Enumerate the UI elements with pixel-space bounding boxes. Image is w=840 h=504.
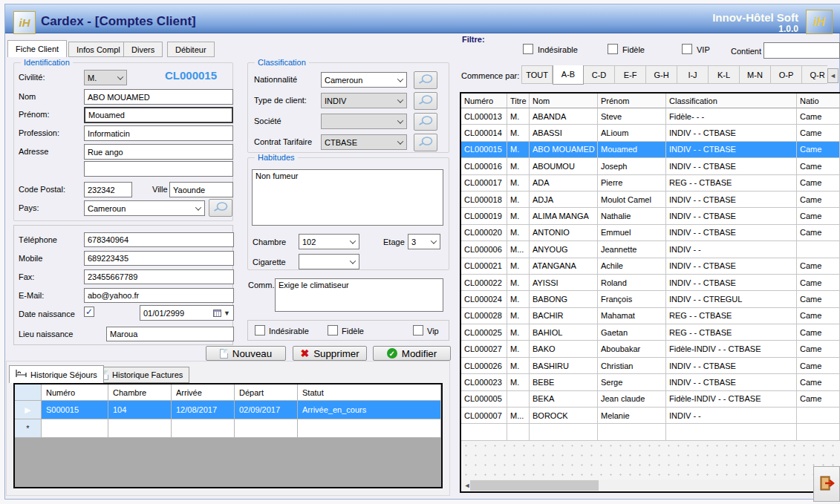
nationalite-search-button[interactable] [414, 71, 437, 89]
table-row-new[interactable]: * [15, 419, 441, 438]
supprimer-button[interactable]: ✖ Supprimer [293, 346, 367, 361]
comm-field[interactable]: Exige le climatiseur [275, 278, 443, 312]
exit-button[interactable] [813, 466, 840, 502]
tab-historique-sejours[interactable]: Historique Séjours [9, 365, 104, 383]
nouveau-button[interactable]: Nouveau [206, 346, 286, 361]
chevron-down-icon[interactable] [114, 71, 126, 85]
column-header[interactable]: Numéro [461, 94, 507, 108]
civilite-select[interactable]: M. [84, 70, 127, 85]
table-row[interactable]: CL000022M.AYISSIRolandINDIV - - CTBASECa… [461, 275, 840, 291]
alpha-scroll-left-button[interactable]: ◄ [827, 68, 839, 83]
contient-input[interactable] [764, 42, 840, 59]
filter-vip-checkbox[interactable] [682, 44, 692, 54]
table-row[interactable]: CL000014M.ABASSIALioumINDIV - - CTBASECa… [461, 125, 840, 141]
table-row[interactable]: CL000018M.ADJAMoulot CamelINDIV - - CTBA… [461, 192, 840, 208]
table-row[interactable]: CL000025M.BAHIOLGaetanREG - - CTBASECame [461, 324, 840, 341]
code-postal-field[interactable]: 232342 [84, 182, 132, 197]
chevron-down-icon[interactable] [394, 94, 406, 108]
table-row[interactable]: CL000021M.ATANGANAAchileINDIV - - CTBASE… [461, 258, 840, 275]
table-row[interactable]: CL000026M.BASHIRUChristianINDIV - - CTBA… [461, 358, 840, 374]
tab-debiteur[interactable]: Débiteur [167, 42, 215, 57]
row-selector[interactable]: ▶ [15, 401, 42, 419]
table-row[interactable]: CL000016M.ABOUMOUJosephINDIV - - CTBASEC… [461, 158, 840, 174]
pays-search-button[interactable] [209, 199, 232, 217]
table-row[interactable]: CL000013M.ABANDASteveFidèle- - -Came [461, 108, 840, 125]
alpha-tab-q-r[interactable]: Q-R [802, 65, 827, 84]
chevron-down-icon[interactable] [394, 73, 406, 87]
societe-search-button[interactable] [414, 113, 437, 131]
alpha-tab-a-b[interactable]: A-B [553, 65, 584, 85]
alpha-tab-k-l[interactable]: K-L [709, 65, 740, 84]
column-header[interactable]: Nom [530, 94, 598, 108]
alpha-tab-tout[interactable]: TOUT [521, 65, 553, 84]
type-client-search-button[interactable] [414, 92, 437, 110]
table-row[interactable]: CL000007M...BOROCKMelanieINDIV - - [461, 408, 840, 424]
telephone-field[interactable]: 678340964 [84, 232, 234, 247]
tab-infos-compl[interactable]: Infos Compl [68, 42, 128, 57]
column-header[interactable]: Statut [298, 384, 441, 401]
chevron-down-icon[interactable] [394, 135, 406, 149]
adresse-field[interactable]: Rue ango [84, 144, 233, 160]
profession-field[interactable]: Informaticin [84, 125, 233, 141]
indesirable-checkbox[interactable] [255, 325, 265, 336]
habitudes-notes[interactable]: Non fumeur [252, 169, 443, 226]
chevron-down-icon[interactable] [346, 255, 359, 269]
date-naissance-field[interactable]: 01/01/2999 ▼ [140, 305, 234, 321]
alpha-tab-g-h[interactable]: G-H [646, 65, 677, 84]
vip-checkbox[interactable] [413, 325, 423, 336]
chevron-down-icon[interactable]: ▼ [224, 310, 230, 317]
table-row[interactable]: CL000005BEKAJean claudeFidèle-INDIV - - … [461, 391, 840, 408]
column-header[interactable]: Prénom [598, 94, 666, 108]
horizontal-scrollbar[interactable]: ◄ [461, 480, 840, 491]
table-row[interactable]: CL000006M...ANYOUGJeannetteINDIV - - [461, 241, 840, 258]
contrat-select[interactable]: CTBASE [321, 134, 407, 150]
calendar-icon[interactable] [213, 310, 221, 317]
column-header[interactable]: Natio [797, 94, 840, 108]
prenom-field[interactable]: Mouamed [84, 107, 233, 123]
alpha-tab-c-d[interactable]: C-D [584, 65, 615, 84]
cigarette-select[interactable] [299, 254, 359, 269]
tab-divers[interactable]: Divers [123, 42, 163, 57]
chevron-down-icon[interactable] [192, 201, 204, 215]
column-header[interactable]: Titre [507, 94, 530, 108]
date-naissance-checkbox[interactable]: ✓ [84, 307, 94, 317]
societe-select[interactable] [321, 114, 407, 129]
table-row[interactable]: ▶ S000015 104 12/08/2017 02/09/2017 Arri… [15, 401, 441, 419]
scrollbar-thumb[interactable] [470, 480, 599, 491]
table-row[interactable]: CL000015M.ABO MOUAMEDMouamedINDIV - - CT… [461, 142, 840, 158]
column-header[interactable]: Numéro [42, 384, 108, 401]
table-row[interactable]: CL000017M.ADAPierreREG - - CTBASECame [461, 175, 840, 192]
alpha-tab-i-j[interactable]: I-J [677, 65, 709, 84]
contrat-search-button[interactable] [414, 134, 437, 151]
tab-fiche-client[interactable]: Fiche Client [7, 40, 67, 57]
chevron-down-icon[interactable] [346, 235, 359, 249]
column-header[interactable]: Départ [235, 384, 298, 401]
nationalite-select[interactable]: Cameroun [321, 72, 407, 88]
chevron-down-icon[interactable] [427, 235, 440, 249]
table-row[interactable]: CL000028M.BACHIRMahamatREG - - CTBASECam… [461, 308, 840, 324]
filter-fidele-checkbox[interactable] [608, 44, 618, 54]
lieu-naissance-field[interactable]: Maroua [106, 327, 234, 341]
column-header[interactable]: Chambre [108, 384, 172, 401]
nom-field[interactable]: ABO MOUAMED [84, 89, 233, 105]
table-row[interactable]: CL000023M.BEBESergeINDIV - - CTBASECame [461, 374, 840, 390]
fidele-checkbox[interactable] [328, 325, 338, 336]
table-row[interactable]: CL000019M.ALIMA MANGANathalieINDIV - - C… [461, 208, 840, 224]
ville-field[interactable]: Yaounde [169, 182, 233, 197]
filter-indesirable-checkbox[interactable] [523, 44, 533, 54]
alpha-tab-e-f[interactable]: E-F [615, 65, 646, 84]
type-client-select[interactable]: INDIV [321, 93, 407, 108]
chambre-select[interactable]: 102 [299, 234, 359, 249]
column-header[interactable]: Classification [666, 94, 797, 108]
table-row[interactable]: CL000024M.BABONGFrançoisINDIV - - CTREGU… [461, 291, 840, 307]
tab-historique-factures[interactable]: Historique Factures [94, 367, 189, 383]
table-row[interactable]: CL000027M.BAKOAboubakarFidèle-INDIV - - … [461, 341, 840, 357]
fax-field[interactable]: 23455667789 [84, 269, 234, 284]
chevron-down-icon[interactable] [394, 114, 406, 128]
table-row[interactable]: CL000020M.ANTONIOEmmuelINDIV - - CTBASEC… [461, 225, 840, 241]
modifier-button[interactable]: ✓ Modifier [373, 346, 451, 361]
alpha-tab-m-n[interactable]: M-N [740, 65, 771, 84]
adresse-field-line2[interactable] [84, 161, 233, 177]
table-row[interactable] [461, 424, 840, 440]
pays-select[interactable]: Cameroun [84, 200, 205, 216]
